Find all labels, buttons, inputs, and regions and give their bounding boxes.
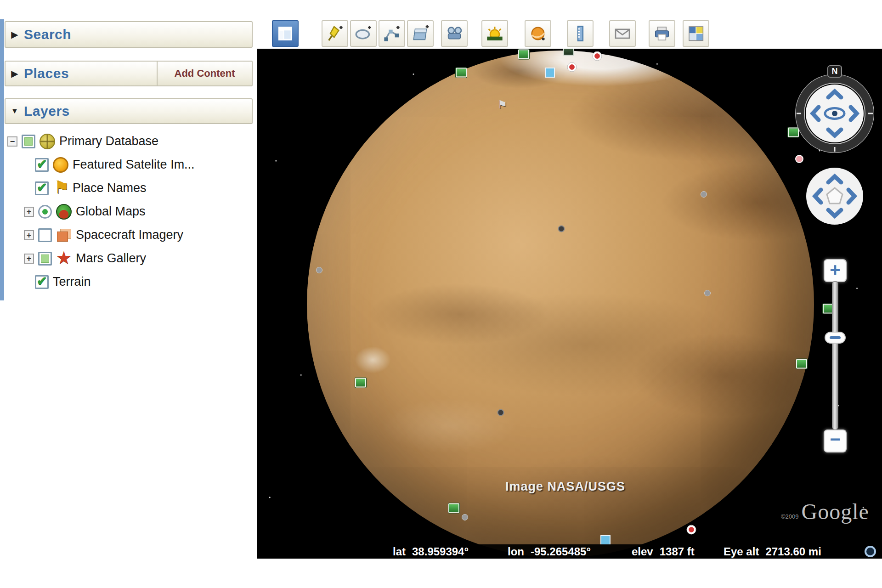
layer-label: Primary Database xyxy=(59,134,158,148)
toolbar-button-print[interactable] xyxy=(649,20,675,47)
toolbar-button-email[interactable] xyxy=(609,20,636,47)
toolbar-button-add-path[interactable] xyxy=(379,20,405,47)
zoom-track[interactable] xyxy=(832,281,838,430)
map-marker-blue[interactable] xyxy=(545,68,555,78)
elev-value: 1387 ft xyxy=(660,545,695,558)
collapse-arrow-icon[interactable]: ▶ xyxy=(6,29,24,40)
toolbar-button-add-image-overlay[interactable] xyxy=(407,20,434,47)
elev-label: elev xyxy=(632,545,653,558)
toolbar-button-switch-planet[interactable] xyxy=(525,20,551,47)
map-marker-red[interactable] xyxy=(567,62,577,72)
lat-value: 38.959394° xyxy=(412,545,469,558)
satellite-icon xyxy=(53,157,68,173)
lon-label: lon xyxy=(508,545,524,558)
toolbar-button-sunlight[interactable] xyxy=(481,20,508,47)
collapse-arrow-icon[interactable]: ▶ xyxy=(6,68,24,79)
zoom-out-button[interactable]: − xyxy=(824,430,847,452)
expand-box-icon[interactable] xyxy=(24,230,34,240)
map-marker-green[interactable] xyxy=(518,50,529,59)
layer-checkbox[interactable] xyxy=(38,228,52,242)
planet-icon xyxy=(529,24,547,43)
north-indicator[interactable]: N xyxy=(827,65,842,78)
layer-item-terrain[interactable]: Terrain xyxy=(5,270,253,294)
move-joystick[interactable] xyxy=(803,164,867,228)
map-marker-red[interactable] xyxy=(593,51,602,61)
copyright-text: ©2009 xyxy=(781,513,799,524)
map-marker-dark[interactable] xyxy=(558,226,565,232)
search-panel-title: Search xyxy=(24,27,71,42)
zoom-in-button[interactable]: + xyxy=(824,259,847,282)
layers-tree: Primary Database Featured Satelite Im...… xyxy=(5,130,253,294)
eye-alt-label: Eye alt xyxy=(724,545,759,558)
toolbar-button-sidebar-toggle[interactable] xyxy=(272,20,299,47)
add-content-label: Add Content xyxy=(175,68,235,79)
toolbar-button-view-in-maps[interactable] xyxy=(683,20,709,47)
layer-item-primary-database[interactable]: Primary Database xyxy=(5,130,253,153)
places-panel-header[interactable]: ▶ Places Add Content xyxy=(5,61,253,86)
database-icon xyxy=(40,134,55,149)
layer-item-spacecraft-imagery[interactable]: Spacecraft Imagery xyxy=(5,223,253,247)
record-tour-icon xyxy=(445,24,464,43)
brand: ©2009 Google xyxy=(781,499,869,524)
sunlight-icon xyxy=(486,24,504,43)
view-in-maps-icon xyxy=(687,24,705,43)
overlay-icon xyxy=(56,227,72,243)
email-icon xyxy=(613,24,632,43)
sidebar: ▶ Search ▶ Places Add Content ▼ Layers P… xyxy=(0,19,256,300)
layer-item-featured-satellite-imagery[interactable]: Featured Satelite Im... xyxy=(5,153,253,176)
layers-panel-title: Layers xyxy=(24,103,70,119)
map-marker-green[interactable] xyxy=(448,503,459,513)
expand-box-icon[interactable] xyxy=(24,207,34,217)
map-marker-flag[interactable] xyxy=(498,100,508,110)
search-panel-header[interactable]: ▶ Search xyxy=(5,21,253,48)
ruler-icon xyxy=(571,24,589,43)
map-marker-blue[interactable] xyxy=(600,535,611,545)
imagery-attribution: Image NASA/USGS xyxy=(505,480,625,494)
map-marker-grey[interactable] xyxy=(462,514,468,520)
map-marker-grey[interactable] xyxy=(704,290,711,296)
map-marker-green[interactable] xyxy=(355,378,366,388)
add-content-button[interactable]: Add Content xyxy=(157,62,252,85)
flag-icon xyxy=(53,181,68,196)
map-marker-grey[interactable] xyxy=(316,267,322,273)
toolbar-button-ruler[interactable] xyxy=(567,20,594,47)
map-marker-dark-green[interactable] xyxy=(563,49,574,56)
expand-box-icon[interactable] xyxy=(24,254,34,264)
layer-label: Global Maps xyxy=(76,204,146,219)
zoom-handle[interactable] xyxy=(825,332,846,344)
places-panel-title: Places xyxy=(24,66,69,81)
layer-label: Spacecraft Imagery xyxy=(76,228,183,242)
layer-item-global-maps[interactable]: Global Maps xyxy=(5,200,253,223)
mars-3d-viewer[interactable]: N + − Image NASA/ xyxy=(257,49,882,559)
layer-label: Featured Satelite Im... xyxy=(73,158,195,172)
layer-label: Place Names xyxy=(73,181,147,195)
layer-checkbox[interactable] xyxy=(22,135,35,148)
layer-label: Terrain xyxy=(53,275,91,289)
sidebar-toggle-icon xyxy=(276,24,294,43)
map-marker-red[interactable] xyxy=(687,525,696,535)
layer-checkbox[interactable] xyxy=(35,158,49,172)
layers-panel-header[interactable]: ▼ Layers xyxy=(5,98,253,124)
layer-item-mars-gallery[interactable]: Mars Gallery xyxy=(5,247,253,270)
placemark-icon xyxy=(326,24,344,43)
streaming-indicator-icon xyxy=(865,546,876,557)
map-marker-green[interactable] xyxy=(796,359,807,369)
look-joystick[interactable]: N xyxy=(791,70,878,157)
polygon-icon xyxy=(354,24,373,43)
map-marker-green[interactable] xyxy=(456,68,467,78)
toolbar-button-add-placemark[interactable] xyxy=(322,20,348,47)
map-marker-grey[interactable] xyxy=(701,191,707,198)
star-icon xyxy=(56,251,72,266)
layer-item-place-names[interactable]: Place Names xyxy=(5,176,253,200)
map-marker-dark[interactable] xyxy=(498,409,504,416)
toolbar-button-record-tour[interactable] xyxy=(441,20,468,47)
collapse-box-icon[interactable] xyxy=(7,136,17,147)
layer-checkbox[interactable] xyxy=(38,252,52,266)
toolbar-button-add-polygon[interactable] xyxy=(350,20,377,47)
path-icon xyxy=(383,24,401,43)
layer-checkbox[interactable] xyxy=(35,275,49,289)
layer-radio[interactable] xyxy=(38,205,52,219)
status-bar: lat 38.959394° lon -95.265485° elev 1387… xyxy=(257,544,882,559)
expand-arrow-icon[interactable]: ▼ xyxy=(6,107,24,115)
layer-checkbox[interactable] xyxy=(35,181,49,195)
